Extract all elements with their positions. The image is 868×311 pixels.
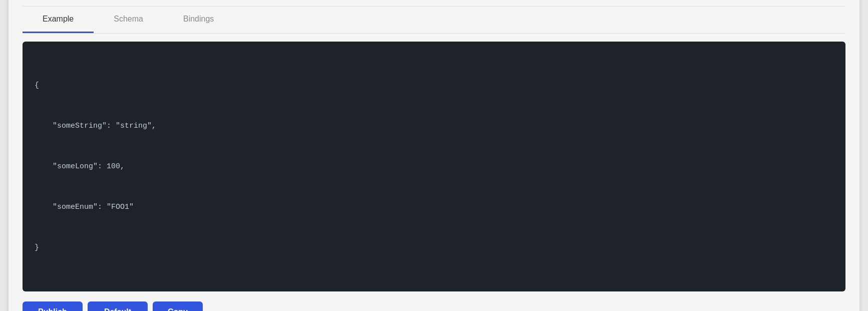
code-line-5: } <box>35 241 833 254</box>
publish-button[interactable]: Publish <box>23 301 83 311</box>
tab-example[interactable]: Example <box>23 7 94 33</box>
tab-schema[interactable]: Schema <box>94 7 163 33</box>
copy-button[interactable]: Copy <box>153 301 203 311</box>
code-line-1: { <box>35 79 833 92</box>
tabs-row: Example Schema Bindings <box>23 7 845 33</box>
code-line-3: "someLong": 100, <box>35 160 833 173</box>
actions-row: Publish Default Copy <box>23 301 845 311</box>
tab-divider <box>23 33 845 34</box>
code-block: { "someString": "string", "someLong": 10… <box>23 42 845 291</box>
main-card: kafka consumer example-topic ▲ Example S… <box>9 0 859 311</box>
tab-bindings[interactable]: Bindings <box>163 7 234 33</box>
code-line-2: "someString": "string", <box>35 119 833 133</box>
code-line-4: "someEnum": "FOO1" <box>35 200 833 214</box>
default-button[interactable]: Default <box>88 301 148 311</box>
